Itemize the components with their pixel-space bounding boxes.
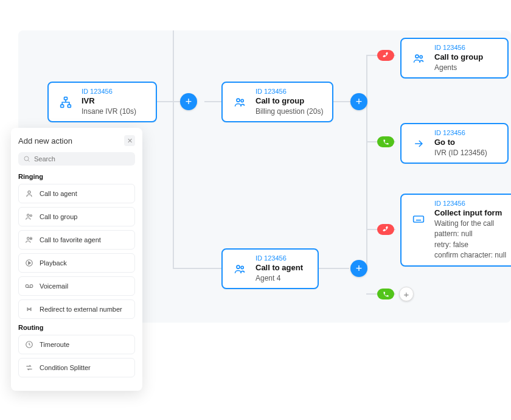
svg-point-5 [415, 55, 419, 58]
node-call-agent[interactable]: ID 123456 Call to agent Agent 4 [221, 248, 319, 289]
keyboard-icon [409, 209, 428, 229]
group-icon [409, 49, 428, 68]
svg-point-16 [26, 285, 29, 288]
group-icon [24, 212, 34, 222]
redirect-icon [24, 304, 34, 314]
node-agents-group[interactable]: ID 123456 Call to group Agents [400, 38, 509, 79]
svg-point-10 [24, 156, 29, 161]
group-icon [230, 93, 249, 112]
add-node-button[interactable]: + [350, 260, 367, 277]
action-label: Voicemail [40, 282, 68, 290]
svg-point-8 [237, 265, 240, 268]
hangup-badge-icon [377, 50, 394, 61]
node-collect-input[interactable]: ID 123456 Collect input form Waiting for… [400, 194, 511, 267]
svg-rect-7 [414, 216, 424, 222]
svg-point-17 [30, 285, 33, 288]
svg-point-4 [241, 99, 243, 102]
node-id: ID 123456 [434, 200, 506, 207]
node-id: ID 123456 [255, 254, 303, 262]
node-title: Call to group [255, 96, 323, 106]
node-line: Waiting for the call [434, 219, 506, 229]
close-icon[interactable]: ✕ [124, 135, 135, 146]
svg-rect-2 [68, 105, 71, 107]
node-subtitle: Agents [434, 63, 483, 73]
connector [319, 268, 349, 269]
svg-point-13 [30, 215, 32, 217]
split-arrows-icon [24, 363, 34, 373]
svg-rect-1 [61, 105, 64, 107]
add-node-small-button[interactable]: + [399, 287, 414, 301]
svg-point-11 [28, 191, 30, 194]
panel-title: Add new action [18, 136, 72, 145]
action-label: Condition Splitter [40, 364, 91, 371]
action-call-to-agent[interactable]: Call to agent [18, 184, 135, 203]
clock-icon [24, 340, 34, 349]
connector [333, 101, 350, 102]
node-id: ID 123456 [82, 88, 136, 95]
node-title: IVR [82, 96, 136, 106]
action-call-to-group[interactable]: Call to group [18, 207, 135, 226]
action-playback[interactable]: Playback [18, 253, 135, 273]
connector [173, 101, 174, 268]
connector [173, 268, 221, 269]
node-id: ID 123456 [434, 44, 483, 51]
connector [204, 101, 221, 102]
add-node-button[interactable]: + [350, 93, 367, 110]
svg-point-3 [237, 99, 240, 102]
node-billing-group[interactable]: ID 123456 Call to group Billing question… [221, 82, 333, 122]
action-redirect-external[interactable]: Redirect to external number [18, 299, 135, 319]
action-timeroute[interactable]: Timeroute [18, 335, 135, 354]
action-label: Call to agent [40, 190, 77, 197]
search-input[interactable] [34, 155, 130, 163]
action-voicemail[interactable]: Voicemail [18, 276, 135, 296]
ivr-tree-icon [56, 93, 75, 112]
search-input-wrapper[interactable] [18, 152, 135, 166]
svg-point-12 [27, 214, 30, 217]
action-label: Timeroute [40, 341, 69, 348]
section-routing-label: Routing [18, 324, 135, 331]
node-line: confirm character: null [434, 251, 506, 261]
node-title: Collect input form [434, 208, 506, 218]
node-line: pattern: null [434, 229, 506, 239]
node-subtitle: Agent 4 [255, 274, 303, 284]
add-action-panel: Add new action ✕ Ringing Call to agent C… [11, 128, 142, 391]
arrow-right-icon [409, 134, 428, 153]
node-ivr[interactable]: ID 123456 IVR Insane IVR (10s) [47, 82, 157, 122]
action-label: Playback [40, 259, 67, 267]
action-call-favorite-agent[interactable]: Call to favorite agent [18, 230, 135, 250]
action-condition-splitter[interactable]: Condition Splitter [18, 358, 135, 377]
node-title: Call to agent [255, 263, 303, 273]
group-icon [230, 259, 249, 279]
node-title: Go to [434, 138, 487, 147]
action-label: Redirect to external number [40, 306, 122, 313]
connector [366, 55, 367, 270]
svg-rect-0 [64, 97, 68, 99]
node-subtitle: Insane IVR (10s) [82, 107, 136, 117]
favorite-agent-icon [24, 235, 34, 245]
connector [173, 30, 174, 101]
node-title: Call to group [434, 52, 483, 62]
search-icon [23, 155, 30, 163]
svg-point-6 [420, 55, 422, 58]
node-id: ID 123456 [434, 129, 487, 136]
person-icon [24, 189, 34, 198]
action-label: Call to favorite agent [40, 236, 101, 243]
voicemail-icon [24, 281, 34, 291]
node-goto[interactable]: ID 123456 Go to IVR (ID 123456) [400, 123, 509, 164]
play-circle-icon [24, 258, 34, 268]
svg-point-14 [27, 237, 30, 240]
svg-point-9 [241, 266, 243, 268]
section-ringing-label: Ringing [18, 173, 135, 180]
hangup-badge-icon [377, 224, 394, 235]
node-id: ID 123456 [255, 88, 323, 95]
action-label: Call to group [40, 213, 77, 220]
add-node-button[interactable]: + [180, 93, 197, 110]
node-line: retry: false [434, 240, 506, 250]
answer-badge-icon [377, 289, 394, 299]
node-subtitle: IVR (ID 123456) [434, 149, 487, 158]
node-subtitle: Billing question (20s) [255, 107, 323, 117]
answer-badge-icon [377, 136, 394, 147]
